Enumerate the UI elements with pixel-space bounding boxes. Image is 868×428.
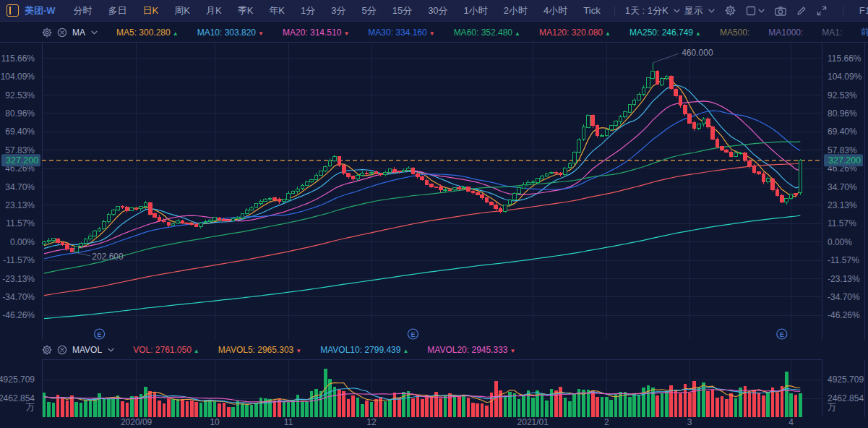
svg-text:92.53%: 92.53% (828, 90, 857, 100)
svg-text:80.96%: 80.96% (828, 108, 857, 119)
svg-text:57.83%: 57.83% (5, 145, 35, 155)
chart-style-dropdown[interactable] (746, 6, 765, 16)
tab-1小时[interactable]: 1小时 (456, 5, 496, 16)
chevron-down-icon (674, 9, 680, 13)
toolbar-divider (614, 6, 615, 16)
indicator-name-dropdown[interactable]: MA (72, 27, 98, 38)
svg-text:327.200: 327.200 (828, 155, 861, 166)
indicator-name-dropdown[interactable]: MAVOL (72, 345, 114, 355)
top-toolbar: 美团-W 分时多日日K周K月K季K年K1分3分5分15分30分1小时2小时4小时… (0, 0, 868, 22)
svg-text:69.40%: 69.40% (828, 127, 857, 137)
up-arrow-icon: ▲ (194, 348, 199, 354)
indicator-value-MA120[interactable]: MA120: 320.080▲ (539, 27, 611, 38)
tab-15分[interactable]: 15分 (384, 5, 420, 16)
svg-text:23.13%: 23.13% (828, 200, 857, 210)
indicator-value-MAVOL20[interactable]: MAVOL20: 2945.333▼ (427, 345, 515, 355)
candlestick-chart-canvas[interactable]: 460.000202.600EEE115.66%115.66%104.09%10… (0, 42, 868, 428)
panel-layout-icon[interactable] (7, 4, 19, 17)
tab-月K[interactable]: 月K (198, 5, 230, 16)
chevron-down-icon (708, 9, 715, 13)
tab-1分[interactable]: 1分 (293, 5, 323, 16)
svg-text:-11.57%: -11.57% (3, 255, 35, 265)
svg-text:34.70%: 34.70% (5, 182, 35, 192)
display-menu[interactable]: 显示 (684, 4, 715, 17)
tab-周K[interactable]: 周K (166, 5, 198, 16)
svg-text:-23.13%: -23.13% (828, 274, 860, 284)
tab-5分[interactable]: 5分 (353, 5, 384, 16)
tab-多日[interactable]: 多日 (100, 5, 135, 16)
down-arrow-icon: ▼ (258, 30, 264, 37)
up-arrow-icon: ▲ (403, 348, 408, 354)
tab-2小时[interactable]: 2小时 (496, 5, 536, 16)
indicator-value-MAVOL5[interactable]: MAVOL5: 2965.303▼ (218, 345, 301, 355)
svg-text:0.00%: 0.00% (828, 237, 852, 247)
indicator-value-MA500[interactable]: MA500: (720, 27, 749, 38)
period-tabs: 分时多日日K周K月K季K年K1分3分5分15分30分1小时2小时4小时Tick (66, 4, 609, 17)
svg-text:11: 11 (284, 417, 293, 427)
up-arrow-icon: ▲ (173, 30, 179, 37)
down-arrow-icon: ▼ (296, 348, 301, 354)
up-arrow-icon: ▲ (695, 30, 701, 37)
svg-text:2021/01: 2021/01 (517, 417, 549, 427)
tab-Tick[interactable]: Tick (575, 5, 608, 16)
svg-text:92.53%: 92.53% (5, 90, 35, 100)
indicator-settings-gear-icon[interactable] (42, 27, 52, 38)
tab-分时[interactable]: 分时 (66, 5, 100, 16)
ma-values-group: MA5: 300.280▲MA10: 303.820▼MA20: 314.510… (98, 27, 842, 38)
tab-日K[interactable]: 日K (135, 5, 167, 16)
indicator-value-MA1[interactable]: MA1: (822, 27, 842, 38)
chevron-down-icon (91, 30, 98, 35)
indicator-value-MA30[interactable]: MA30: 334.160▼ (368, 27, 434, 38)
down-arrow-icon: ▼ (343, 30, 349, 37)
indicator-value-MA20[interactable]: MA20: 314.510▼ (283, 27, 349, 38)
svg-text:2: 2 (604, 417, 609, 427)
indicator-value-MA60[interactable]: MA60: 352.480▲ (454, 27, 520, 38)
svg-text:4: 4 (788, 417, 794, 427)
svg-text:万: 万 (828, 402, 836, 412)
custom-period-dropdown[interactable]: 1天 : 1分K (621, 4, 684, 17)
chevron-down-icon (108, 348, 114, 352)
symbol-name[interactable]: 美团-W (25, 4, 56, 17)
f10-button[interactable]: F10 (859, 5, 868, 16)
svg-text:2020/09: 2020/09 (121, 417, 152, 427)
tab-3分[interactable]: 3分 (323, 5, 353, 16)
svg-text:69.40%: 69.40% (5, 127, 35, 137)
svg-text:-23.13%: -23.13% (2, 274, 35, 284)
svg-text:327.200: 327.200 (6, 155, 38, 166)
svg-text:12: 12 (366, 417, 377, 427)
svg-text:万: 万 (26, 402, 35, 412)
down-arrow-icon: ▼ (429, 30, 435, 37)
draw-pencil-icon[interactable] (796, 6, 807, 16)
svg-text:4925.709: 4925.709 (828, 374, 864, 385)
svg-text:80.96%: 80.96% (5, 108, 35, 119)
svg-text:10: 10 (210, 417, 220, 427)
tab-30分[interactable]: 30分 (420, 5, 455, 16)
mavol-values-group: VOL: 2761.050▲MAVOL5: 2965.303▼MAVOL10: … (114, 345, 515, 355)
settings-gear-icon[interactable] (725, 5, 736, 16)
toolbar-right-group: 显示 F10 (684, 4, 868, 17)
max-price-annotation: 460.000 (682, 48, 713, 58)
svg-text:E: E (780, 331, 784, 338)
tab-4小时[interactable]: 4小时 (536, 5, 575, 16)
svg-text:-46.26%: -46.26% (2, 310, 35, 320)
forward-adjust-button[interactable]: 前复权 (861, 26, 868, 38)
indicator-value-MA1000[interactable]: MA1000: (768, 27, 803, 38)
indicator-value-VOL[interactable]: VOL: 2761.050▲ (133, 345, 199, 355)
up-arrow-icon: ▲ (605, 30, 611, 37)
indicator-value-MA250[interactable]: MA250: 246.749▲ (629, 27, 701, 38)
toolbar-divider (843, 6, 843, 16)
indicator-close-icon[interactable] (57, 27, 67, 38)
fullscreen-expand-icon[interactable] (817, 6, 827, 16)
trading-app-window: { "toolbar": { "symbol": "美团-W", "tabs":… (0, 0, 868, 428)
indicator-value-MAVOL10[interactable]: MAVOL10: 2799.439▲ (320, 345, 408, 355)
up-arrow-icon: ▲ (515, 30, 520, 37)
tab-年K[interactable]: 年K (261, 5, 293, 16)
indicator-value-MA5[interactable]: MA5: 300.280▲ (116, 27, 179, 38)
volume-indicator-bar: MAVOL VOL: 2761.050▲MAVOL5: 2965.303▼MAV… (0, 340, 868, 359)
tab-季K[interactable]: 季K (230, 5, 262, 16)
svg-text:104.09%: 104.09% (828, 72, 862, 82)
indicator-settings-gear-icon[interactable] (42, 345, 52, 355)
indicator-close-icon[interactable] (57, 345, 67, 355)
screenshot-camera-icon[interactable] (775, 6, 786, 16)
indicator-value-MA10[interactable]: MA10: 303.820▼ (197, 27, 264, 38)
